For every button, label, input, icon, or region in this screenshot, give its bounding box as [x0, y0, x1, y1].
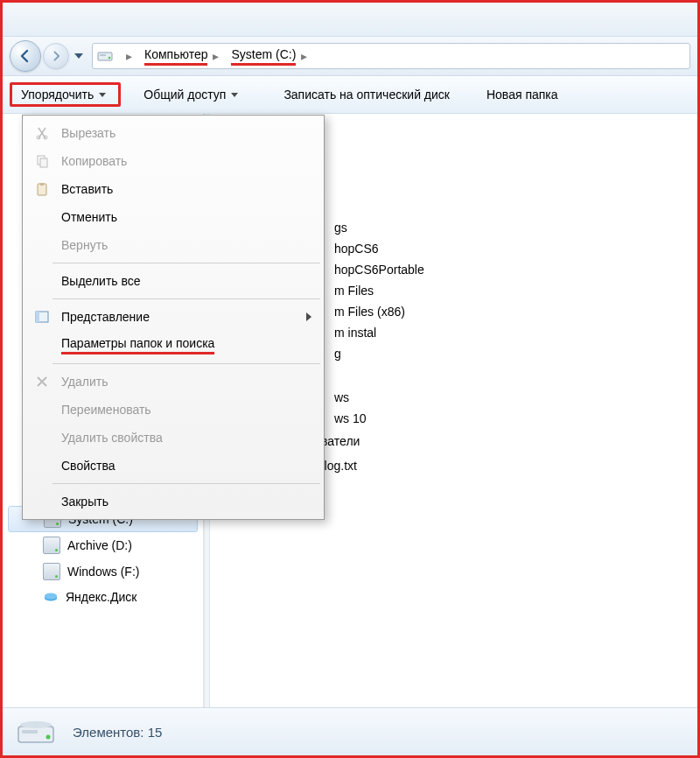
- submenu-arrow-icon: [306, 312, 312, 321]
- svg-rect-0: [98, 53, 112, 60]
- menu-redo[interactable]: Вернуть: [24, 231, 322, 259]
- chevron-right-icon: ▸: [301, 49, 307, 63]
- list-item[interactable]: gs: [329, 217, 690, 238]
- share-button[interactable]: Общий доступ: [133, 82, 248, 107]
- menu-rename[interactable]: Переименовать: [24, 396, 322, 424]
- menu-properties[interactable]: Свойства: [24, 452, 322, 480]
- menu-layout[interactable]: Представление: [24, 303, 322, 331]
- chevron-right-icon: ▸: [213, 49, 219, 63]
- svg-rect-1: [100, 54, 106, 56]
- sidebar-item-windows-f[interactable]: Windows (F:): [3, 558, 203, 585]
- address-bar[interactable]: ▸ Компьютер▸ System (C:)▸: [92, 43, 690, 69]
- copy-icon: [33, 152, 51, 170]
- nav-bar: ▸ Компьютер▸ System (C:)▸: [3, 36, 697, 76]
- share-label: Общий доступ: [144, 88, 226, 102]
- delete-icon: [33, 373, 51, 390]
- burn-label: Записать на оптический диск: [284, 88, 450, 102]
- burn-button[interactable]: Записать на оптический диск: [273, 82, 460, 107]
- menu-undo[interactable]: Отменить: [24, 203, 322, 231]
- explorer-window: ▸ Компьютер▸ System (C:)▸ Упорядочить Об…: [0, 0, 700, 758]
- sidebar-item-archive-d[interactable]: Archive (D:): [3, 532, 203, 558]
- chevron-right-icon: ▸: [126, 49, 132, 63]
- svg-point-2: [108, 57, 111, 60]
- svg-rect-13: [40, 183, 44, 186]
- organize-label: Упорядочить: [21, 88, 94, 102]
- breadcrumb-system-c[interactable]: System (C:)▸: [228, 47, 316, 66]
- menu-separator: [52, 483, 320, 484]
- status-text: Элементов: 15: [73, 725, 162, 740]
- sidebar-item-yandex-disk[interactable]: Яндекс.Диск: [3, 585, 203, 609]
- caret-down-icon: [99, 93, 106, 97]
- sidebar-label: Windows (F:): [67, 565, 139, 579]
- drive-icon: [43, 563, 60, 580]
- list-item[interactable]: hopCS6Portable: [329, 259, 690, 280]
- svg-point-19: [20, 721, 52, 728]
- paste-icon: [33, 180, 51, 198]
- menu-paste[interactable]: Вставить: [24, 175, 322, 203]
- list-item[interactable]: m instal: [329, 322, 690, 343]
- organize-button[interactable]: Упорядочить: [10, 82, 121, 107]
- history-dropdown[interactable]: [74, 53, 83, 59]
- drive-icon: [96, 47, 114, 65]
- caret-down-icon: [231, 93, 238, 97]
- layout-icon: [33, 308, 51, 326]
- new-folder-label: Новая папка: [486, 88, 558, 102]
- list-item[interactable]: ws 10: [329, 408, 690, 429]
- menu-select-all[interactable]: Выделить все: [24, 267, 322, 295]
- menu-remove-props[interactable]: Удалить свойства: [24, 424, 322, 452]
- list-item[interactable]: g: [329, 343, 690, 364]
- breadcrumb-computer[interactable]: Компьютер▸: [141, 47, 228, 66]
- svg-point-7: [45, 593, 57, 600]
- sidebar-label: Яндекс.Диск: [66, 590, 136, 604]
- svg-rect-15: [36, 312, 39, 322]
- list-item[interactable]: m Files (x86): [329, 301, 690, 322]
- list-item[interactable]: m Files: [329, 280, 690, 301]
- svg-rect-17: [22, 730, 38, 733]
- menu-folder-options[interactable]: Параметры папок и поиска: [24, 331, 322, 360]
- menu-copy[interactable]: Копировать: [24, 147, 322, 175]
- yandex-disk-icon: [43, 589, 59, 605]
- organize-menu: Вырезать Копировать Вставить Отменить Ве…: [22, 115, 325, 520]
- list-item[interactable]: ws: [329, 387, 690, 408]
- forward-button[interactable]: [43, 43, 69, 69]
- menu-cut[interactable]: Вырезать: [24, 119, 322, 147]
- svg-point-18: [46, 735, 51, 740]
- svg-rect-11: [40, 158, 47, 167]
- menu-delete[interactable]: Удалить: [24, 368, 322, 396]
- drive-large-icon: [15, 714, 57, 749]
- menu-separator: [52, 263, 320, 263]
- sidebar-label: Archive (D:): [67, 538, 132, 552]
- status-bar: Элементов: 15: [3, 707, 697, 755]
- menu-separator: [52, 298, 320, 299]
- menu-separator: [52, 363, 320, 364]
- menu-close[interactable]: Закрыть: [24, 488, 322, 516]
- cut-icon: [33, 124, 51, 142]
- back-button[interactable]: [10, 40, 41, 72]
- titlebar: [3, 3, 697, 36]
- drive-icon: [43, 537, 60, 554]
- list-item[interactable]: hopCS6: [329, 238, 690, 259]
- new-folder-button[interactable]: Новая папка: [476, 82, 569, 107]
- svg-rect-16: [18, 726, 53, 742]
- command-bar: Упорядочить Общий доступ Записать на опт…: [3, 76, 697, 114]
